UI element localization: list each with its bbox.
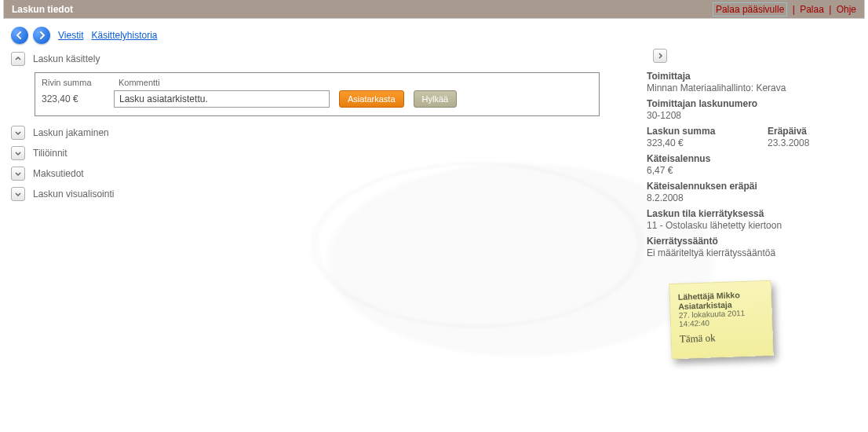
- nav-back-icon[interactable]: [11, 27, 28, 44]
- section-visualization: Laskun visualisointi: [11, 184, 623, 204]
- header-links: Palaa pääsivulle | Palaa | Ohje: [713, 0, 856, 18]
- section-splitting: Laskun jakaminen: [11, 123, 623, 143]
- section-accounting: Tiliöinnit: [11, 143, 623, 163]
- separator: |: [790, 4, 797, 15]
- sticky-note: Lähettäjä Mikko Asiatarkistaja 27. lokak…: [669, 280, 773, 359]
- link-messages[interactable]: Viestit: [58, 30, 83, 41]
- supplier-value: Minnan Materiaalihallinto: Kerava: [647, 82, 857, 93]
- invoice-info-panel: Toimittaja Minnan Materiaalihallinto: Ke…: [647, 69, 857, 357]
- rule-label: Kierrätyssääntö: [647, 236, 857, 247]
- processing-box: Rivin summa Kommentti 323,40 € Asiatarka…: [35, 72, 600, 116]
- invoice-sum-label: Laskun summa: [647, 126, 736, 137]
- section-processing: Laskun käsittely: [11, 49, 857, 69]
- due-date-label: Eräpäivä: [768, 126, 857, 137]
- page-title: Laskun tiedot: [12, 0, 73, 18]
- page-forward-icon[interactable]: [653, 49, 667, 63]
- header-bar: Laskun tiedot Palaa pääsivulle | Palaa |…: [3, 0, 865, 19]
- expand-icon[interactable]: [11, 167, 25, 181]
- sticky-time: 14:42:40: [679, 317, 764, 328]
- expand-icon[interactable]: [11, 187, 25, 201]
- nav-forward-icon[interactable]: [33, 27, 50, 44]
- cash-discount-value: 6,47 €: [647, 165, 857, 176]
- link-back[interactable]: Palaa: [800, 4, 824, 15]
- section-label: Laskun visualisointi: [33, 189, 114, 200]
- status-value: 11 - Ostolasku lähetetty kiertoon: [647, 220, 857, 231]
- expand-icon[interactable]: [11, 146, 25, 160]
- collapse-icon[interactable]: [11, 52, 25, 66]
- cash-discount-label: Käteisalennus: [647, 153, 857, 164]
- supplier-label: Toimittaja: [647, 71, 857, 82]
- sticky-note-text: Tämä ok: [680, 330, 764, 346]
- section-payment: Maksutiedot: [11, 163, 623, 184]
- comment-input[interactable]: [114, 90, 330, 108]
- sum-label: Rivin summa: [42, 78, 104, 87]
- section-label: Tiliöinnit: [33, 148, 67, 159]
- comment-label: Kommentti: [119, 78, 160, 87]
- supplier-invoice-value: 30-1208: [647, 110, 857, 121]
- invoice-sum-value: 323,40 €: [647, 137, 736, 148]
- rule-value: Ei määriteltyä kierrätyssääntöä: [647, 247, 857, 258]
- reject-button[interactable]: Hylkää: [414, 90, 458, 108]
- cash-discount-due-value: 8.2.2008: [647, 192, 857, 203]
- section-label: Laskun käsittely: [33, 53, 100, 64]
- section-label: Laskun jakaminen: [33, 127, 109, 138]
- separator: |: [826, 4, 833, 15]
- status-label: Laskun tila kierrätyksessä: [647, 208, 857, 219]
- link-help[interactable]: Ohje: [837, 4, 856, 15]
- link-history[interactable]: Käsittelyhistoria: [91, 30, 157, 41]
- due-date-value: 23.3.2008: [768, 137, 857, 148]
- row-sum-value: 323,40 €: [42, 93, 104, 104]
- supplier-invoice-label: Toimittajan laskunumero: [647, 98, 857, 109]
- cash-discount-due-label: Käteisalennuksen eräpäi: [647, 181, 857, 192]
- section-label: Maksutiedot: [33, 168, 84, 179]
- expand-icon[interactable]: [11, 126, 25, 140]
- toolbar: Viestit Käsittelyhistoria: [11, 27, 857, 44]
- link-back-main[interactable]: Palaa pääsivulle: [713, 2, 787, 16]
- approve-button[interactable]: Asiatarkasta: [339, 90, 404, 108]
